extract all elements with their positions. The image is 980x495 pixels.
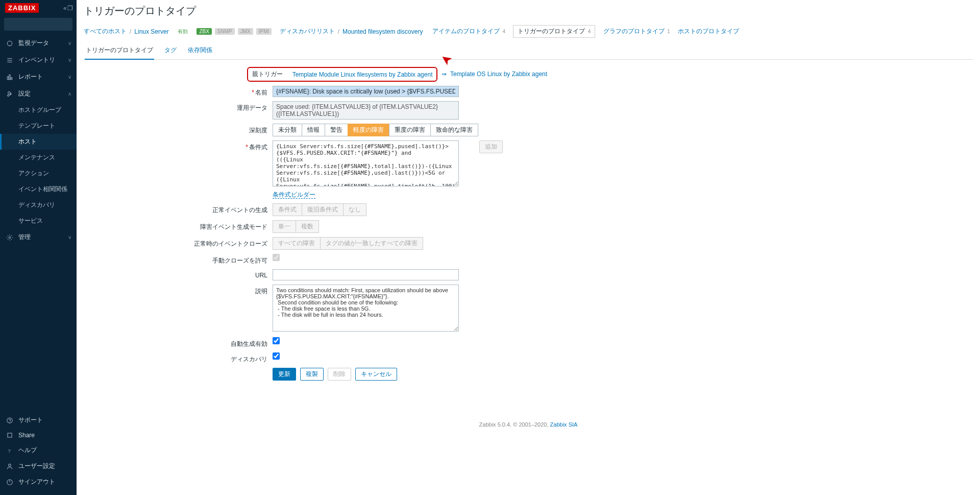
expression-textarea[interactable]	[273, 140, 459, 186]
crumb-item-proto[interactable]: アイテムのプロトタイプ 4	[432, 27, 505, 36]
discovery-checkbox[interactable]	[273, 352, 280, 360]
chip-zbx: ZBX	[197, 28, 211, 35]
parent-trigger-link1[interactable]: Template Module Linux filesystems by Zab…	[292, 71, 433, 78]
chevron-down-icon: ∨	[68, 40, 71, 46]
arrow-icon: ⇒	[442, 70, 447, 78]
crumb-trigger-proto[interactable]: トリガーのプロトタイプ 4	[513, 25, 595, 38]
search-input[interactable]	[4, 18, 87, 31]
tab-tags[interactable]: タグ	[163, 43, 178, 59]
add-expression-button[interactable]: 追加	[479, 140, 503, 153]
name-input[interactable]	[273, 86, 459, 97]
okgen-opt-1: 復旧条件式	[302, 203, 344, 216]
tab-trigger-proto[interactable]: トリガーのプロトタイプ	[85, 43, 154, 60]
parent-trigger-label: 親トリガー	[252, 70, 283, 79]
parent-trigger-link2[interactable]: Template OS Linux by Zabbix agent	[450, 70, 547, 78]
okclose-opt-0: すべての障害	[273, 237, 321, 250]
nav-設定[interactable]: 設定∧	[0, 85, 77, 102]
user-icon	[5, 463, 14, 470]
gear-icon	[5, 234, 14, 241]
power-icon	[5, 479, 14, 486]
svg-point-14	[9, 464, 11, 466]
nav-sub-テンプレート[interactable]: テンプレート	[0, 118, 77, 134]
severity-5[interactable]: 致命的な障害	[430, 124, 478, 136]
sidebar-collapse-icon[interactable]: « ❐	[63, 5, 72, 12]
severity-4[interactable]: 重度の障害	[389, 124, 431, 136]
svg-rect-7	[9, 75, 10, 79]
ok-close-group: すべての障害タグの値が一致したすべての障害	[273, 237, 423, 250]
crumb-host[interactable]: Linux Server	[134, 28, 168, 35]
list-icon	[5, 57, 14, 64]
nav-sub-ホスト[interactable]: ホスト	[0, 134, 77, 150]
nav-sub-イベント相関関係[interactable]: イベント相関関係	[0, 181, 77, 197]
chevron-up-icon: ∧	[68, 91, 71, 97]
svg-rect-8	[11, 77, 12, 79]
clone-button[interactable]: 複製	[300, 368, 324, 381]
url-input[interactable]	[273, 269, 459, 280]
autogen-checkbox[interactable]	[273, 337, 280, 344]
nav-sub-ディスカバリ[interactable]: ディスカバリ	[0, 197, 77, 213]
severity-0[interactable]: 未分類	[273, 124, 302, 136]
crumb-discovery-list[interactable]: ディスカバリリスト	[280, 27, 335, 36]
nav-sub-ホストグループ[interactable]: ホストグループ	[0, 102, 77, 118]
nav-監視データ[interactable]: 監視データ∨	[0, 35, 77, 52]
crumb-graph-proto[interactable]: グラフのプロトタイプ 1	[603, 27, 670, 36]
svg-point-2	[7, 41, 12, 45]
crumb-discovery[interactable]: Mounted filesystem discovery	[342, 28, 423, 35]
crumb-status: 有効	[177, 28, 189, 35]
support-icon	[5, 417, 14, 424]
description-textarea[interactable]	[273, 285, 459, 332]
opdata-input[interactable]: Space used: {ITEM.LASTVALUE3} of {ITEM.L…	[273, 101, 459, 120]
problem-mode-group: 単一複数	[273, 220, 319, 233]
nav-管理[interactable]: 管理∨	[0, 229, 77, 246]
main-content: トリガーのプロトタイプ すべてのホスト / Linux Server 有効 ZB…	[77, 0, 980, 495]
nav-sub-メンテナンス[interactable]: メンテナンス	[0, 150, 77, 166]
severity-3[interactable]: 軽度の障害	[348, 124, 389, 136]
okgen-opt-2: なし	[343, 203, 366, 216]
okclose-opt-1: タグの値が一致したすべての障害	[320, 237, 423, 250]
pmode-opt-1: 複数	[296, 220, 319, 233]
form-tabs: トリガーのプロトタイプ タグ 依存関係	[84, 43, 973, 60]
update-button[interactable]: 更新	[273, 368, 296, 381]
monitor-icon	[5, 40, 14, 47]
severity-1[interactable]: 情報	[302, 124, 325, 136]
svg-rect-12	[8, 433, 12, 437]
logo: ZABBIX	[5, 3, 39, 13]
crumb-host-proto[interactable]: ホストのプロトタイプ	[678, 27, 739, 36]
wrench-icon	[5, 90, 14, 98]
severity-group: 未分類情報警告軽度の障害重度の障害致命的な障害	[273, 124, 478, 136]
nav-sub-サービス[interactable]: サービス	[0, 213, 77, 229]
nav-サポート[interactable]: サポート	[0, 412, 77, 428]
chevron-down-icon: ∨	[68, 57, 71, 63]
svg-point-11	[10, 422, 10, 422]
nav-サインアウト[interactable]: サインアウト	[0, 474, 77, 490]
parent-trigger-highlight: 親トリガー Template Module Linux filesystems …	[247, 67, 437, 82]
expression-builder-link[interactable]: 条件式ビルダー	[273, 191, 315, 199]
cancel-button[interactable]: キャンセル	[355, 368, 397, 381]
chip-ipmi: IPMI	[256, 28, 272, 35]
crumb-all-hosts[interactable]: すべてのホスト	[84, 27, 127, 36]
breadcrumb: すべてのホスト / Linux Server 有効 ZBX SNMP JMX I…	[84, 22, 973, 43]
ok-event-gen-group: 条件式復旧条件式なし	[273, 203, 366, 216]
okgen-opt-0: 条件式	[273, 203, 302, 216]
nav-sub-アクション[interactable]: アクション	[0, 166, 77, 181]
footer: Zabbix 5.0.4. © 2001–2020, Zabbix SIA	[84, 421, 973, 428]
footer-link[interactable]: Zabbix SIA	[550, 421, 578, 428]
nav-インベントリ[interactable]: インベントリ∨	[0, 52, 77, 68]
help-icon: ?	[5, 447, 14, 454]
svg-rect-6	[7, 76, 8, 79]
bar-icon	[5, 74, 14, 81]
svg-point-9	[9, 237, 11, 239]
severity-2[interactable]: 警告	[325, 124, 348, 136]
share-icon	[5, 432, 14, 439]
chip-snmp: SNMP	[215, 28, 235, 35]
pmode-opt-0: 単一	[273, 220, 296, 233]
nav-ユーザー設定[interactable]: ユーザー設定	[0, 458, 77, 474]
nav-ヘルプ[interactable]: ?ヘルプ	[0, 442, 77, 458]
tab-deps[interactable]: 依存関係	[187, 43, 213, 59]
chevron-down-icon: ∨	[68, 234, 71, 240]
nav-Share[interactable]: Share	[0, 428, 77, 442]
manual-close-checkbox[interactable]	[273, 254, 280, 261]
search-box[interactable]	[4, 18, 72, 31]
chip-jmx: JMX	[238, 28, 253, 35]
delete-button[interactable]: 削除	[328, 368, 351, 381]
